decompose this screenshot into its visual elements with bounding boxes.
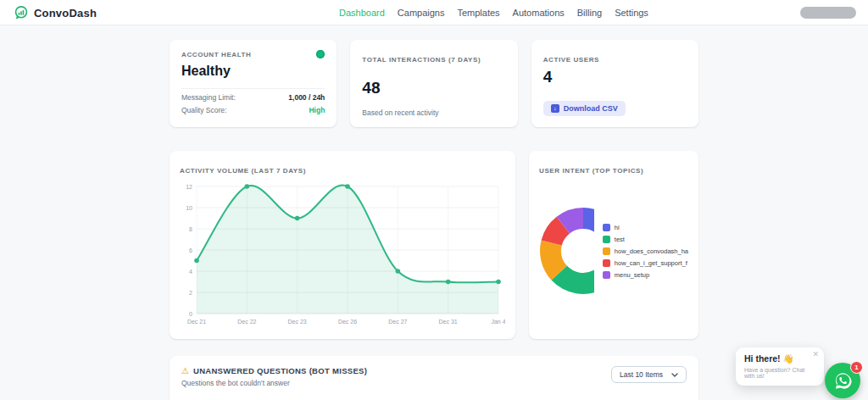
legend-swatch	[603, 271, 610, 279]
filter-value: Last 10 Items	[620, 370, 663, 379]
legend-swatch	[603, 259, 610, 267]
svg-text:10: 10	[186, 205, 192, 211]
whatsapp-chat-button[interactable]: 1	[825, 363, 860, 398]
activity-volume-line-chart: 024681012Dec 21Dec 22Dec 23Dec 26Dec 27D…	[180, 180, 505, 329]
main-content: ACCOUNT HEALTH Healthy Messaging Limit: …	[170, 40, 698, 400]
chat-popup: ✕ Hi there! 👋 Have a question? Chat with…	[736, 347, 824, 386]
nav-link-dashboard[interactable]: Dashboard	[339, 8, 385, 18]
account-health-label: ACCOUNT HEALTH	[181, 51, 251, 58]
legend-item-how-does[interactable]: how_does_convodash_ha	[603, 247, 688, 255]
legend-item-hi[interactable]: hi	[603, 224, 688, 231]
convodash-logo-icon	[14, 5, 29, 20]
chat-message: Have a question? Chat with us!	[744, 367, 815, 379]
card-total-interactions: TOTAL INTERACTIONS (7 DAYS) 48 Based on …	[350, 40, 517, 127]
metric-label: Messaging Limit:	[181, 93, 236, 102]
unanswered-subtitle: Questions the bot couldn't answer	[181, 379, 367, 387]
warning-icon: ⚠	[181, 367, 189, 375]
chat-close-icon[interactable]: ✕	[812, 350, 819, 358]
download-icon: ↓	[551, 104, 559, 113]
intent-legend: hi test how_does_convodash_ha how_can_i_…	[603, 224, 688, 279]
total-interactions-value: 48	[362, 79, 505, 97]
wave-emoji: 👋	[783, 353, 794, 364]
items-filter-dropdown[interactable]: Last 10 Items	[611, 366, 687, 383]
brand-name: ConvoDash	[34, 7, 97, 19]
stat-cards-row: ACCOUNT HEALTH Healthy Messaging Limit: …	[170, 40, 698, 125]
legend-item-test[interactable]: test	[603, 236, 688, 243]
activity-volume-title: ACTIVITY VOLUME (LAST 7 DAYS)	[180, 167, 306, 175]
legend-item-menu-setup[interactable]: menu_setup	[603, 271, 688, 279]
legend-label: test	[615, 236, 625, 243]
metric-value: 1,000 / 24h	[288, 93, 325, 102]
svg-text:Jan 4: Jan 4	[491, 319, 505, 325]
legend-swatch	[603, 224, 610, 231]
metric-row-quality-score: Quality Score: High	[181, 106, 325, 114]
legend-label: how_can_i_get_support_f	[615, 259, 687, 267]
metric-label: Quality Score:	[181, 106, 226, 114]
svg-text:0: 0	[189, 311, 192, 317]
svg-text:12: 12	[186, 184, 192, 190]
unanswered-section: ⚠ UNANSWERED QUESTIONS (BOT MISSES) Ques…	[170, 356, 698, 400]
nav-link-campaigns[interactable]: Campaigns	[398, 8, 445, 18]
metric-row-messaging-limit: Messaging Limit: 1,000 / 24h	[181, 93, 325, 102]
whatsapp-icon	[833, 371, 853, 391]
svg-text:Dec 26: Dec 26	[338, 319, 357, 325]
nav-links: Dashboard Campaigns Templates Automation…	[339, 0, 648, 25]
legend-swatch	[603, 247, 610, 255]
metric-value: High	[309, 106, 325, 114]
download-csv-button[interactable]: ↓ Download CSV	[543, 101, 626, 116]
card-user-intent: USER INTENT (TOP TOPICS) hi test how_doe…	[529, 151, 698, 339]
svg-text:Dec 27: Dec 27	[388, 319, 407, 325]
user-intent-chart-area: hi test how_does_convodash_ha how_can_i_…	[539, 207, 688, 295]
chat-greeting: Hi there!	[744, 353, 781, 364]
card-account-health: ACCOUNT HEALTH Healthy Messaging Limit: …	[170, 40, 337, 127]
health-status-dot	[316, 50, 325, 58]
svg-text:Dec 23: Dec 23	[288, 319, 307, 325]
health-value: Healthy	[181, 64, 325, 79]
nav-link-settings[interactable]: Settings	[615, 8, 648, 18]
unanswered-title: UNANSWERED QUESTIONS (BOT MISSES)	[193, 366, 367, 375]
svg-text:2: 2	[189, 290, 192, 296]
legend-swatch	[603, 236, 610, 243]
card-active-users: ACTIVE USERS 4 ↓ Download CSV	[531, 40, 698, 127]
active-users-label: ACTIVE USERS	[543, 56, 599, 64]
navbar: ConvoDash Dashboard Campaigns Templates …	[0, 0, 868, 25]
svg-text:4: 4	[189, 269, 192, 275]
notification-badge: 1	[850, 361, 863, 374]
intent-donut-chart	[539, 207, 594, 295]
account-pill-placeholder	[800, 7, 856, 19]
svg-text:Dec 22: Dec 22	[237, 319, 256, 325]
svg-text:8: 8	[189, 226, 192, 232]
active-users-value: 4	[543, 68, 687, 86]
divider	[181, 88, 325, 89]
legend-label: menu_setup	[615, 271, 649, 279]
nav-link-billing[interactable]: Billing	[577, 8, 602, 18]
card-activity-volume: ACTIVITY VOLUME (LAST 7 DAYS) 024681012D…	[170, 151, 515, 339]
nav-link-templates[interactable]: Templates	[457, 8, 499, 18]
download-csv-label: Download CSV	[564, 104, 618, 113]
chevron-down-icon	[671, 373, 678, 377]
svg-text:Dec 31: Dec 31	[439, 319, 458, 325]
total-interactions-label: TOTAL INTERACTIONS (7 DAYS)	[362, 56, 481, 64]
total-interactions-note: Based on recent activity	[362, 108, 505, 117]
legend-label: how_does_convodash_ha	[615, 247, 688, 255]
nav-link-automations[interactable]: Automations	[513, 8, 565, 18]
legend-item-how-can[interactable]: how_can_i_get_support_f	[603, 259, 688, 267]
user-intent-title: USER INTENT (TOP TOPICS)	[539, 167, 643, 175]
charts-row: ACTIVITY VOLUME (LAST 7 DAYS) 024681012D…	[170, 151, 698, 332]
brand[interactable]: ConvoDash	[14, 0, 97, 25]
svg-text:Dec 21: Dec 21	[187, 319, 206, 325]
svg-text:6: 6	[189, 247, 192, 253]
legend-label: hi	[615, 224, 620, 231]
